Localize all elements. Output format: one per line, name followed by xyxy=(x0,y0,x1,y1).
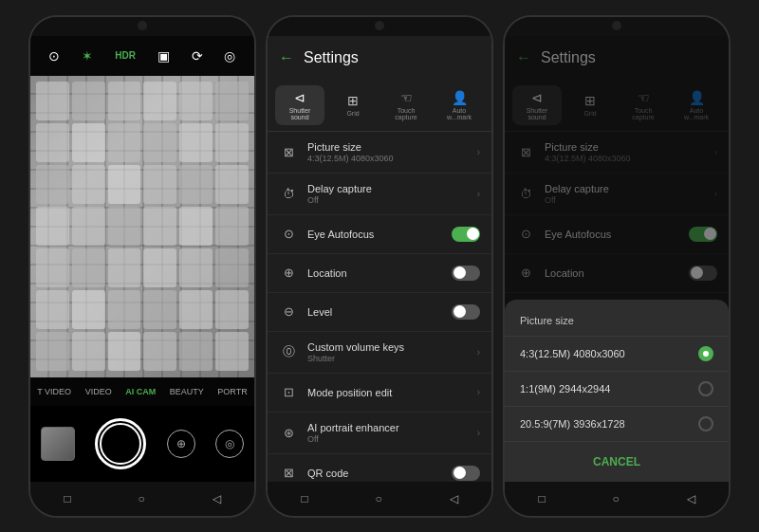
option-label-2: 1:1(9M) 2944x2944 xyxy=(520,383,689,394)
hdr-label[interactable]: HDR xyxy=(115,50,136,61)
nav-back-icon3[interactable]: ◁ xyxy=(687,492,695,505)
dialog-option-3[interactable]: 20.5:9(7M) 3936x1728 xyxy=(505,406,729,441)
radio-unselected-1 xyxy=(698,381,713,396)
status-bar-dialog xyxy=(505,17,729,36)
status-bar-settings xyxy=(268,17,491,36)
tab-shutter-sound[interactable]: ⊲ Shutter sound xyxy=(275,85,324,125)
nav-back-icon[interactable]: ◁ xyxy=(213,492,221,505)
radio-selected xyxy=(698,346,713,361)
nav-home-icon2[interactable]: □ xyxy=(301,492,307,505)
delay-capture-title: Delay capture xyxy=(307,183,468,194)
dialog-notch xyxy=(612,21,621,30)
dialog-title: Picture size xyxy=(505,311,729,336)
settings-item-level[interactable]: ⊖ Level xyxy=(268,293,491,332)
settings-item-delay-capture[interactable]: ⏱ Delay capture Off › xyxy=(268,174,491,215)
settings-item-eye-autofocus[interactable]: ⊙ Eye Autofocus xyxy=(268,215,491,254)
watermark-tab-icon: 👤 xyxy=(452,90,468,105)
phone-settings-dialog: ← Settings ⊲ Shutter sound ⊞ Grid ☜ Touc… xyxy=(503,15,731,518)
touch-tab-label: Touch capture xyxy=(387,107,425,120)
settings-item-picture-size[interactable]: ⊠ Picture size 4:3(12.5M) 4080x3060 › xyxy=(268,132,491,174)
gallery-thumbnail[interactable] xyxy=(41,427,75,461)
tab-auto-watermark[interactable]: 👤 Auto w...mark xyxy=(435,85,484,125)
dialog-option-2[interactable]: 1:1(9M) 2944x2944 xyxy=(505,371,729,406)
mode-beauty[interactable]: BEAUTY xyxy=(170,387,204,396)
settings-tabs: ⊲ Shutter sound ⊞ Grid ☜ Touch capture 👤… xyxy=(268,80,491,131)
eye-af-title: Eye Autofocus xyxy=(307,229,442,240)
back-button[interactable]: ← xyxy=(279,49,294,66)
ai-portrait-content: AI portrait enhancer Off xyxy=(307,422,468,444)
chevron-icon3: › xyxy=(477,347,480,358)
nav-circle-icon2[interactable]: ○ xyxy=(375,492,381,505)
picture-size-content: Picture size 4:3(12.5M) 4080x3060 xyxy=(307,141,468,163)
timer-icon[interactable]: ▣ xyxy=(157,48,170,64)
camera-notch xyxy=(138,21,147,30)
volume-keys-subtitle: Shutter xyxy=(307,354,468,363)
nav-bar-camera: □ ○ ◁ xyxy=(30,482,254,516)
timer-small-icon[interactable]: ◎ xyxy=(215,430,244,458)
mode-ai-cam[interactable]: AI CAM xyxy=(125,387,156,396)
camera-viewfinder xyxy=(30,76,254,377)
mode-t-video[interactable]: T VIDEO xyxy=(37,387,71,396)
level-title: Level xyxy=(307,306,442,318)
delay-capture-icon: ⏱ xyxy=(279,184,298,203)
nav-back-circle-icon[interactable]: ○ xyxy=(138,492,144,505)
delay-capture-content: Delay capture Off xyxy=(307,183,468,205)
status-bar-camera xyxy=(30,17,254,36)
tab-touch-capture[interactable]: ☜ Touch capture xyxy=(381,85,431,125)
eye-af-icon: ⊙ xyxy=(279,225,298,244)
qr-code-right xyxy=(452,466,480,481)
settings-list: ⊠ Picture size 4:3(12.5M) 4080x3060 › ⏱ … xyxy=(268,132,491,482)
nav-back-icon2[interactable]: ◁ xyxy=(450,492,458,505)
shutter-button[interactable] xyxy=(95,418,146,469)
dialog-option-1[interactable]: 4:3(12.5M) 4080x3060 xyxy=(505,336,729,371)
settings-item-volume-keys[interactable]: ⓪ Custom volume keys Shutter › xyxy=(268,332,491,374)
location-icon: ⊕ xyxy=(279,264,298,283)
settings-item-qr-code[interactable]: ⊠ QR code xyxy=(268,454,491,482)
location-toggle[interactable] xyxy=(452,266,480,281)
picture-size-subtitle: 4:3(12.5M) 4080x3060 xyxy=(307,154,468,163)
ai-portrait-right: › xyxy=(477,428,480,438)
level-icon: ⊖ xyxy=(279,303,298,321)
level-content: Level xyxy=(307,306,442,318)
settings-item-ai-portrait[interactable]: ⊛ AI portrait enhancer Off › xyxy=(268,413,491,454)
eye-af-right xyxy=(452,227,480,242)
camera-controls: ⊕ ◎ xyxy=(30,406,254,482)
settings-item-mode-position[interactable]: ⊡ Mode position edit › xyxy=(268,374,491,413)
cancel-button[interactable]: CANCEL xyxy=(505,441,729,482)
picture-size-dialog: Picture size 4:3(12.5M) 4080x3060 1:1(9M… xyxy=(505,300,729,482)
picture-size-dialog-overlay: Picture size 4:3(12.5M) 4080x3060 1:1(9M… xyxy=(505,36,729,482)
picture-size-icon: ⊠ xyxy=(279,142,298,161)
delay-capture-right: › xyxy=(477,189,480,199)
hdr-icon[interactable]: ✶ xyxy=(82,48,93,64)
picture-size-title: Picture size xyxy=(307,141,468,153)
camera-screen: ⊙ ✶ HDR ▣ ⟳ ◎ xyxy=(30,36,254,482)
qr-code-content: QR code xyxy=(307,468,442,479)
level-toggle[interactable] xyxy=(452,304,480,320)
settings-dialog-screen: ← Settings ⊲ Shutter sound ⊞ Grid ☜ Touc… xyxy=(505,36,729,482)
mode-portrait[interactable]: PORTR xyxy=(217,387,247,396)
ai-portrait-title: AI portrait enhancer xyxy=(307,422,468,433)
option-label-1: 4:3(12.5M) 4080x3060 xyxy=(520,348,689,359)
focus-icon[interactable]: ⊕ xyxy=(167,430,195,458)
eye-af-toggle[interactable] xyxy=(452,227,480,242)
chevron-icon: › xyxy=(477,147,480,157)
volume-keys-icon: ⓪ xyxy=(279,342,298,361)
grid-tab-label: Grid xyxy=(346,110,359,117)
extra-icon[interactable]: ◎ xyxy=(224,48,235,64)
qr-toggle[interactable] xyxy=(452,466,480,481)
mode-video[interactable]: VIDEO xyxy=(85,387,112,396)
settings-title: Settings xyxy=(304,49,359,66)
settings-icon[interactable]: ⊙ xyxy=(48,48,60,64)
nav-home-icon[interactable]: □ xyxy=(64,492,70,505)
mode-position-title: Mode position edit xyxy=(307,387,468,398)
radio-unselected-2 xyxy=(698,416,713,431)
nav-circle-icon3[interactable]: ○ xyxy=(612,492,619,505)
mode-position-content: Mode position edit xyxy=(307,387,468,398)
eye-af-content: Eye Autofocus xyxy=(307,229,442,240)
flip-icon[interactable]: ⟳ xyxy=(192,48,203,64)
option-label-3: 20.5:9(7M) 3936x1728 xyxy=(520,418,689,430)
nav-home-icon3[interactable]: □ xyxy=(538,492,545,505)
settings-item-location[interactable]: ⊕ Location xyxy=(268,254,491,293)
tab-grid[interactable]: ⊞ Grid xyxy=(328,88,378,121)
qr-code-title: QR code xyxy=(307,468,442,479)
